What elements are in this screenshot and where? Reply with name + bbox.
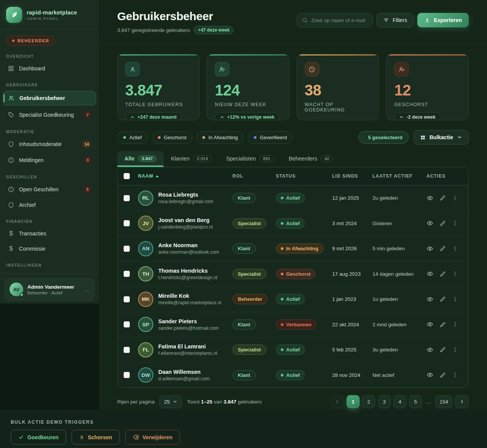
last-active: 2u geleden: [372, 195, 424, 201]
view-icon[interactable]: [427, 245, 433, 252]
chip-geverifieerd[interactable]: Geverifieerd: [248, 131, 293, 144]
chevron-down-icon: [173, 399, 177, 404]
brand-name: rapid-marketplace: [27, 9, 77, 16]
kebab-menu-icon[interactable]: [452, 271, 458, 277]
role-pill: Beheerder: [232, 294, 267, 304]
tab-beheerders[interactable]: Beheerders 42: [282, 151, 341, 167]
column-header-naam[interactable]: NAAM: [138, 173, 232, 179]
bulk-demo-section: BULK ACTIE DEMO TRIGGERS Goedkeuren Scho…: [0, 410, 487, 448]
view-icon[interactable]: [427, 195, 433, 202]
row-checkbox[interactable]: [124, 372, 130, 378]
row-checkbox[interactable]: [124, 296, 130, 302]
view-icon[interactable]: [427, 372, 433, 378]
page-button-5[interactable]: 5: [409, 395, 422, 408]
tab-count-badge: 3.847: [138, 155, 157, 162]
last-active: Gisteren: [372, 221, 424, 226]
kebab-menu-icon[interactable]: [452, 246, 458, 252]
rows-per-page-select[interactable]: 25: [159, 396, 182, 408]
row-checkbox[interactable]: [124, 246, 130, 252]
role-pill: Klant: [232, 243, 256, 254]
stat-label: GESCHORST: [394, 102, 461, 107]
user-name: Sander Pieters: [158, 318, 219, 324]
search-input[interactable]: [311, 17, 368, 23]
tab-count-badge: 2.914: [193, 155, 212, 162]
status-dot: [281, 222, 283, 225]
page-button-1[interactable]: 1: [347, 395, 360, 408]
tab-klanten[interactable]: Klanten 2.914: [164, 151, 219, 167]
view-icon[interactable]: [427, 270, 433, 277]
edit-icon[interactable]: [439, 195, 446, 201]
kebab-menu-icon[interactable]: [452, 347, 458, 353]
stat-value: 3.847: [125, 82, 192, 99]
row-checkbox[interactable]: [124, 220, 130, 226]
user-x-icon: [394, 62, 409, 76]
sidebar-item-commissie[interactable]: $ Commissie: [3, 242, 96, 256]
view-icon[interactable]: [427, 346, 433, 353]
sidebar-item-gebruikersbeheer[interactable]: Gebruikersbeheer: [3, 91, 96, 105]
current-user-card[interactable]: AV Admin Vandermeer Beheerder · Actief …: [5, 278, 94, 300]
sidebar-item-meldingen[interactable]: Meldingen 3: [3, 153, 96, 167]
sidebar-item-inhoudsmoderatie[interactable]: Inhoudsmoderatie 14: [3, 137, 96, 151]
edit-icon[interactable]: [439, 346, 446, 353]
filters-button[interactable]: Filters: [377, 13, 414, 27]
user-email: f.ellamrani@interiorplants.nl: [158, 351, 217, 356]
suspend-button[interactable]: Schorsen: [72, 430, 120, 445]
table-row: FL Fatima El Lamrani f.ellamrani@interio…: [118, 337, 468, 362]
avatar: DW: [138, 367, 153, 383]
page-button-3[interactable]: 3: [378, 395, 391, 408]
avatar: JV: [138, 216, 153, 231]
kebab-menu-icon[interactable]: [452, 372, 458, 378]
page-button-4[interactable]: 4: [393, 395, 406, 408]
row-checkbox[interactable]: [124, 321, 130, 327]
sidebar-item-transacties[interactable]: $ Transacties: [3, 227, 96, 240]
tab-specialisten[interactable]: Specialisten 891: [219, 151, 281, 167]
user-name: Thomas Hendricks: [158, 268, 217, 274]
prev-page-button[interactable]: [330, 395, 344, 408]
row-checkbox[interactable]: [124, 195, 130, 201]
page-button-154[interactable]: 154: [435, 395, 452, 408]
export-button[interactable]: Exporteren: [417, 13, 469, 27]
edit-icon[interactable]: [439, 372, 446, 378]
tab-alle[interactable]: Alle 3.847: [117, 151, 164, 167]
row-checkbox[interactable]: [124, 347, 130, 353]
view-icon[interactable]: [427, 321, 433, 328]
delete-button[interactable]: Verwijderen: [125, 430, 180, 445]
next-page-button[interactable]: [455, 395, 469, 408]
select-all-checkbox[interactable]: [124, 173, 130, 179]
view-icon[interactable]: [427, 220, 433, 227]
chip-actief[interactable]: Actief: [117, 131, 148, 144]
view-icon[interactable]: [427, 296, 433, 303]
bulk-action-button[interactable]: Bulkactie: [414, 130, 469, 145]
showing-summary: Toont 1–25 van 3.847 gebruikers: [187, 399, 262, 405]
kebab-menu-icon[interactable]: [452, 195, 458, 201]
chip-in-afwachting[interactable]: In Afwachting: [196, 131, 244, 144]
stat-card-geschorst: 12 GESCHORST -2 deze week: [386, 54, 469, 120]
user-menu-ellipsis[interactable]: …: [84, 286, 89, 292]
page-header: Gebruikersbeheer 3.847 geregistreerde ge…: [117, 10, 469, 34]
edit-icon[interactable]: [439, 245, 446, 252]
tag-icon: [8, 111, 14, 118]
sidebar-item-open-geschillen[interactable]: Open Geschillen 5: [3, 182, 96, 197]
page-title: Gebruikersbeheer: [117, 10, 234, 23]
kebab-menu-icon[interactable]: [452, 296, 458, 302]
sidebar-item-specialist-goedkeuring[interactable]: Specialist Goedkeuring 7: [3, 108, 96, 122]
stat-card-wacht-op-goedkeuring: 38 WACHT OP GOEDKEURING +8 vandaag: [297, 54, 379, 120]
role-badge: BEHEERDER: [6, 35, 55, 46]
edit-icon[interactable]: [439, 296, 446, 302]
edit-icon[interactable]: [439, 271, 446, 277]
avatar: AV: [10, 283, 23, 296]
kebab-menu-icon[interactable]: [452, 220, 458, 226]
page-button-2[interactable]: 2: [362, 395, 375, 408]
edit-icon[interactable]: [439, 220, 446, 227]
user-meta: Beheerder · Actief: [27, 291, 74, 295]
edit-icon[interactable]: [439, 321, 446, 328]
sidebar-item-dashboard[interactable]: Dashboard: [3, 62, 96, 75]
chip-geschorst[interactable]: Geschorst: [152, 131, 193, 144]
row-checkbox[interactable]: [124, 271, 130, 277]
approve-button[interactable]: Goedkeuren: [11, 430, 66, 445]
count-badge: 5: [84, 186, 91, 193]
status-pill: Actief: [276, 294, 305, 304]
kebab-menu-icon[interactable]: [452, 321, 458, 327]
search-box: [297, 13, 373, 27]
sidebar-item-archief[interactable]: Archief: [3, 198, 96, 212]
